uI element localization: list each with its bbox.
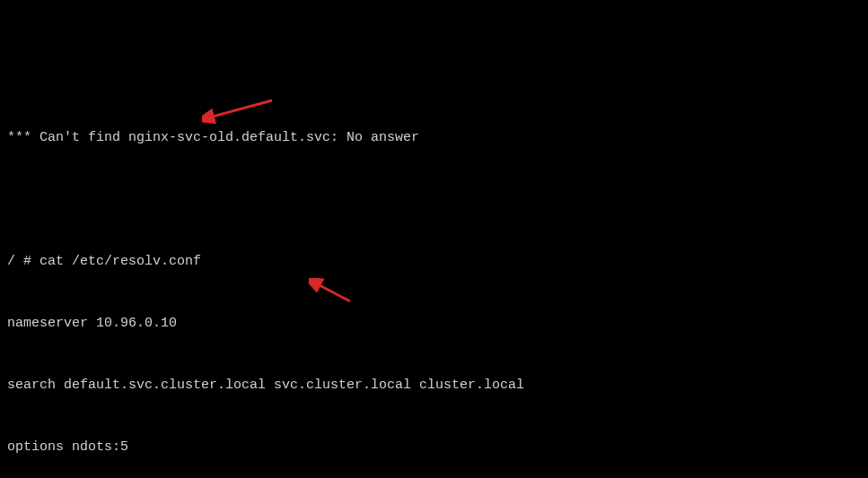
output-line: *** Can't find nginx-svc-old.default.svc… [7, 127, 861, 148]
output-line [7, 189, 861, 210]
output-line: / # cat /etc/resolv.conf [7, 251, 861, 272]
output-line: nameserver 10.96.0.10 [7, 313, 861, 334]
output-line: options ndots:5 [7, 437, 861, 457]
terminal[interactable]: *** Can't find nginx-svc-old.default.svc… [7, 86, 861, 478]
output-line: search default.svc.cluster.local svc.clu… [7, 375, 861, 395]
